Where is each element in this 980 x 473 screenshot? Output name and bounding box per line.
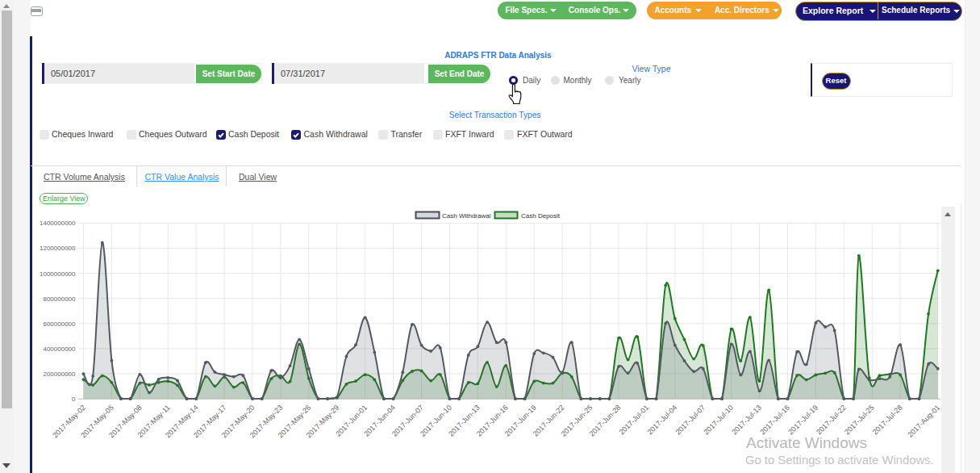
svg-text:1200000000: 1200000000 xyxy=(40,245,76,252)
svg-text:800000000: 800000000 xyxy=(43,295,76,303)
svg-text:2017-Aug-01: 2017-Aug-01 xyxy=(906,404,941,439)
svg-text:Cash Withdrawal: Cash Withdrawal xyxy=(442,212,491,220)
svg-text:600000000: 600000000 xyxy=(43,320,76,328)
svg-text:1400000000: 1400000000 xyxy=(40,220,76,227)
svg-text:2017-Jul-28: 2017-Jul-28 xyxy=(871,404,904,437)
svg-text:200000000: 200000000 xyxy=(43,370,76,378)
svg-text:400000000: 400000000 xyxy=(43,345,76,353)
svg-text:Cash Deposit: Cash Deposit xyxy=(521,212,561,220)
svg-text:0: 0 xyxy=(72,396,76,403)
svg-text:1000000000: 1000000000 xyxy=(40,270,76,278)
